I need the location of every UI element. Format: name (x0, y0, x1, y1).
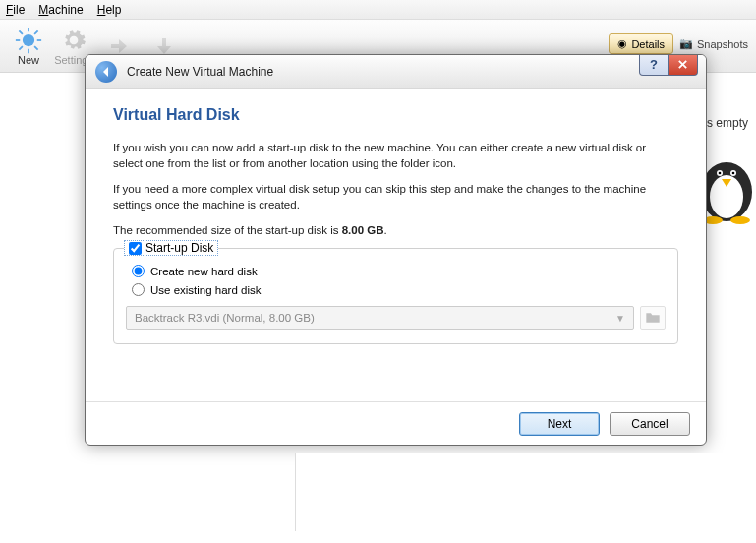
para3-size: 8.00 GB (342, 224, 384, 236)
startup-disk-checkbox-label[interactable]: Start-up Disk (124, 240, 218, 256)
dialog-heading: Virtual Hard Disk (113, 106, 678, 124)
existing-disk-select: Backtrack R3.vdi (Normal, 8.00 GB) ▼ (126, 306, 634, 330)
radio-create-label: Create new hard disk (150, 266, 258, 277)
svg-line-8 (34, 30, 38, 34)
close-icon (677, 59, 688, 70)
radio-create-new[interactable] (132, 265, 145, 277)
startup-disk-legend-text: Start-up Disk (145, 241, 213, 255)
chevron-down-icon: ▼ (615, 313, 625, 324)
startup-disk-checkbox[interactable] (129, 242, 142, 255)
dialog-paragraph-2: If you need a more complex virtual disk … (113, 181, 678, 212)
browse-folder-button (640, 306, 666, 330)
dialog-paragraph-3: The recommended size of the start-up dis… (113, 222, 678, 238)
svg-point-13 (719, 172, 722, 175)
para3-prefix: The recommended size of the start-up dis… (113, 224, 342, 236)
next-button[interactable]: Next (519, 412, 600, 436)
details-label: Details (631, 38, 665, 50)
menu-file[interactable]: File (6, 3, 25, 17)
dialog-title: Create New Virtual Machine (127, 65, 273, 79)
svg-point-16 (730, 216, 750, 224)
camera-icon: 📷 (679, 37, 693, 50)
dialog-paragraph-1: If you wish you can now add a start-up d… (113, 140, 678, 171)
menu-help[interactable]: Help (97, 3, 122, 17)
snapshots-button[interactable]: 📷 Snapshots (679, 37, 748, 50)
cancel-button[interactable]: Cancel (610, 412, 690, 436)
radio-existing-label: Use existing hard disk (150, 284, 262, 296)
startup-disk-group: Start-up Disk Create new hard disk Use e… (113, 248, 678, 344)
dialog-body: Virtual Hard Disk If you wish you can no… (86, 89, 706, 354)
question-icon: ? (650, 57, 658, 72)
new-button[interactable]: New (6, 27, 51, 66)
details-icon: ◉ (617, 37, 627, 50)
gear-icon (60, 27, 87, 54)
radio-create-row[interactable]: Create new hard disk (132, 265, 666, 277)
dialog-header: Create New Virtual Machine (86, 55, 706, 89)
dialog-footer: Next Cancel (86, 401, 706, 445)
svg-line-6 (34, 46, 38, 50)
snapshots-label: Snapshots (697, 38, 748, 50)
svg-line-5 (19, 30, 23, 34)
toolbar-label: New (18, 54, 39, 66)
help-button[interactable]: ? (639, 54, 669, 76)
lower-panel (295, 452, 756, 531)
folder-icon (645, 311, 661, 325)
svg-point-14 (732, 172, 735, 175)
close-button[interactable] (669, 54, 698, 76)
create-vm-dialog: ? Create New Virtual Machine Virtual Har… (85, 54, 707, 446)
sun-icon (15, 27, 42, 54)
svg-line-7 (19, 46, 23, 50)
arrow-left-icon (100, 66, 112, 78)
details-button[interactable]: ◉ Details (609, 33, 673, 54)
back-button[interactable] (95, 61, 117, 83)
disk-select-value: Backtrack R3.vdi (Normal, 8.00 GB) (135, 312, 315, 324)
para3-suffix: . (383, 224, 386, 236)
radio-existing-row[interactable]: Use existing hard disk (132, 283, 666, 296)
menu-machine[interactable]: Machine (38, 3, 83, 17)
svg-point-0 (23, 33, 34, 45)
menu-bar: File Machine Help (0, 0, 756, 20)
radio-use-existing[interactable] (132, 283, 145, 296)
